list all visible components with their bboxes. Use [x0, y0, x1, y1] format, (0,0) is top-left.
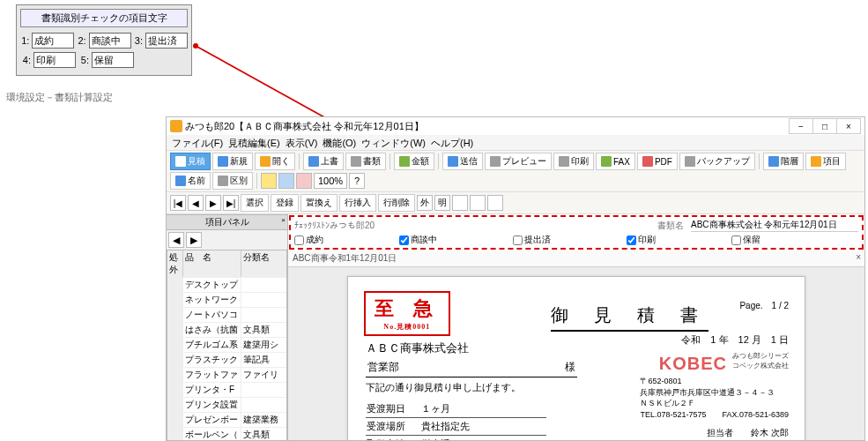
window-title: みつも郎20【ＡＢＣ商事株式会社 令和元年12月01日】 — [185, 120, 424, 133]
btn-mitsumori[interactable]: 見積 — [170, 153, 211, 170]
chk-3[interactable]: 印刷 — [627, 234, 656, 246]
col-cat[interactable]: 分類名 — [241, 250, 284, 277]
menu-window[interactable]: ウィンドウ(W) — [361, 137, 426, 148]
btn-mei[interactable]: 明 — [434, 195, 450, 211]
responsible: 担当者 鈴木 次郎 — [707, 427, 789, 439]
item-nav-prev[interactable]: ◀ — [168, 232, 184, 248]
toolbar-secondary: |◀ ◀ ▶ ▶| 選択 登録 置換え 行挿入 行削除 外 明 — [167, 192, 864, 214]
table-row[interactable]: プリンタ設置 — [167, 397, 286, 412]
table-row[interactable]: ノートパソコ — [167, 307, 286, 322]
minimize-button[interactable]: − — [789, 118, 813, 134]
color-yellow[interactable] — [261, 173, 277, 189]
btn-preview[interactable]: プレビュー — [485, 153, 552, 170]
menu-help[interactable]: ヘルプ(H) — [431, 137, 473, 148]
doc-caption-close[interactable]: × — [856, 252, 861, 262]
btn-insatsu[interactable]: 印刷 — [553, 153, 594, 170]
table-row[interactable]: フラットファファイリ — [167, 367, 286, 382]
detail-lines: 受渡期日１ヶ月 受渡場所貴社指定先 取引方法従来通り 有効期限発行後 １ヶ月 — [366, 400, 546, 440]
client-name: ＡＢＣ商事株式会社 — [366, 340, 577, 356]
paper-host[interactable]: 至 急 No.見積0001 御 見 積 書 Page. 1 / 2 令和 1 年… — [288, 267, 864, 440]
btn-shorui[interactable]: 書類 — [345, 153, 386, 170]
nav-last[interactable]: ▶| — [223, 195, 239, 211]
btn-shinki[interactable]: 新規 — [212, 153, 253, 170]
menu-view[interactable]: 表示(V) — [286, 137, 318, 148]
btn-gyousounyuu[interactable]: 行挿入 — [339, 194, 376, 212]
chk-input-4 — [731, 235, 741, 245]
logo: KOBEC — [659, 352, 727, 376]
btn-hiraku[interactable]: 開く — [255, 153, 295, 170]
setting-input-5[interactable] — [92, 52, 134, 68]
toolbar-main: 見積 新規 開く 上書 書類 金額 送信 プレビュー 印刷 FAX PDF バッ… — [167, 151, 864, 192]
btn-pdf[interactable]: PDF — [637, 153, 678, 170]
col-name[interactable]: 品 名 — [183, 250, 241, 277]
settings-panel: 書類識別チェックの項目文字 1: 2: 3: 4: 5: — [16, 4, 192, 76]
date-line: 令和 1 年 12 月 1 日 — [681, 333, 789, 347]
btn-uwagaki[interactable]: 上書 — [303, 153, 344, 170]
item-panel-header: 項目パネル× — [167, 214, 287, 230]
chk-input-3 — [627, 235, 636, 245]
menubar: ファイル(F) 見積編集(E) 表示(V) 機能(O) ウィンドウ(W) ヘルプ… — [167, 135, 864, 151]
settings-header: 書類識別チェックの項目文字 — [20, 9, 188, 27]
btn-meizen[interactable]: 名前 — [170, 172, 211, 190]
table-row[interactable]: プリンタ・F — [167, 382, 286, 397]
color-blue[interactable] — [278, 173, 294, 189]
table-row[interactable]: プラスチック筆記具 — [167, 352, 286, 367]
sama: 様 — [565, 360, 575, 375]
btn-help[interactable]: ? — [349, 173, 365, 189]
chk-4[interactable]: 保留 — [731, 234, 760, 246]
btn-kubetsu[interactable]: 区別 — [212, 172, 253, 190]
zoom-box[interactable]: 100% — [314, 173, 347, 189]
tool-ic3[interactable] — [487, 195, 503, 211]
btn-sentaku[interactable]: 選択 — [241, 194, 269, 212]
btn-soshin[interactable]: 送信 — [442, 153, 483, 170]
settings-row-2: 4: 5: — [20, 52, 188, 68]
setting-input-2[interactable] — [89, 33, 131, 49]
page-indicator: Page. 1 / 2 — [739, 300, 789, 312]
nav-prev[interactable]: ◀ — [188, 195, 204, 211]
btn-gyousakujo[interactable]: 行削除 — [378, 194, 415, 212]
settings-row-1: 1: 2: 3: — [20, 33, 188, 49]
doc-title: 御 見 積 書 — [551, 303, 708, 332]
item-panel-close-icon[interactable]: × — [281, 216, 286, 224]
setting-input-3[interactable] — [145, 33, 188, 49]
svg-point-1 — [193, 43, 198, 49]
btn-soto[interactable]: 外 — [417, 195, 433, 211]
btn-touroku[interactable]: 登録 — [271, 194, 299, 212]
app-window: みつも郎20【ＡＢＣ商事株式会社 令和元年12月01日】 − □ × ファイル(… — [166, 116, 865, 441]
item-nav-next[interactable]: ▶ — [186, 232, 202, 248]
btn-komoku[interactable]: 項目 — [805, 153, 846, 170]
paper: 至 急 No.見積0001 御 見 積 書 Page. 1 / 2 令和 1 年… — [347, 276, 805, 440]
menu-file[interactable]: ファイル(F) — [172, 137, 223, 148]
doc-caption: ABC商事令和1年12月01日 × — [288, 250, 864, 267]
chk-2[interactable]: 提出済 — [513, 234, 551, 246]
tool-ic2[interactable] — [470, 195, 486, 211]
table-row[interactable]: はさみ（抗菌文具類 — [167, 322, 286, 337]
tool-ic1[interactable] — [452, 195, 468, 211]
side-panels: 項目パネル× ◀▶ 処外 品 名 分類名 デスクトップネットワークノートパソコは… — [167, 214, 288, 440]
client-dept: 営業部 — [367, 360, 399, 375]
menu-func[interactable]: 機能(O) — [323, 137, 356, 148]
table-row[interactable]: ネットワーク — [167, 292, 286, 307]
maximize-button[interactable]: □ — [812, 118, 837, 134]
btn-kaisou[interactable]: 階層 — [763, 153, 804, 170]
col-flag[interactable]: 処外 — [167, 250, 183, 277]
table-row[interactable]: ボールペン（文具類 — [167, 427, 286, 440]
greeting: 下記の通り御見積り申し上げます。 — [366, 381, 577, 394]
btn-backup[interactable]: バックアップ — [679, 153, 755, 170]
table-row[interactable]: ブチルゴム系建築用シ — [167, 337, 286, 352]
setting-input-4[interactable] — [33, 52, 76, 68]
setting-input-1[interactable] — [32, 33, 74, 49]
chk-0[interactable]: 成約 — [294, 234, 323, 246]
nav-first[interactable]: |◀ — [170, 195, 186, 211]
color-pink[interactable] — [296, 173, 312, 189]
nav-next[interactable]: ▶ — [205, 195, 221, 211]
btn-okikae[interactable]: 置換え — [300, 194, 338, 212]
table-row[interactable]: プレゼンボー建築業務 — [167, 412, 286, 427]
checklist-bar: ﾁｪｯｸﾘｽﾄﾝみつも郎20 書類名 ABC商事株式会社 令和元年12月01日 … — [289, 215, 864, 250]
menu-edit[interactable]: 見積編集(E) — [228, 137, 280, 148]
btn-kingaku[interactable]: 金額 — [394, 153, 434, 170]
chk-1[interactable]: 商談中 — [399, 234, 437, 246]
table-row[interactable]: デスクトップ — [167, 277, 286, 292]
close-button[interactable]: × — [836, 118, 861, 134]
btn-fax[interactable]: FAX — [596, 153, 635, 170]
